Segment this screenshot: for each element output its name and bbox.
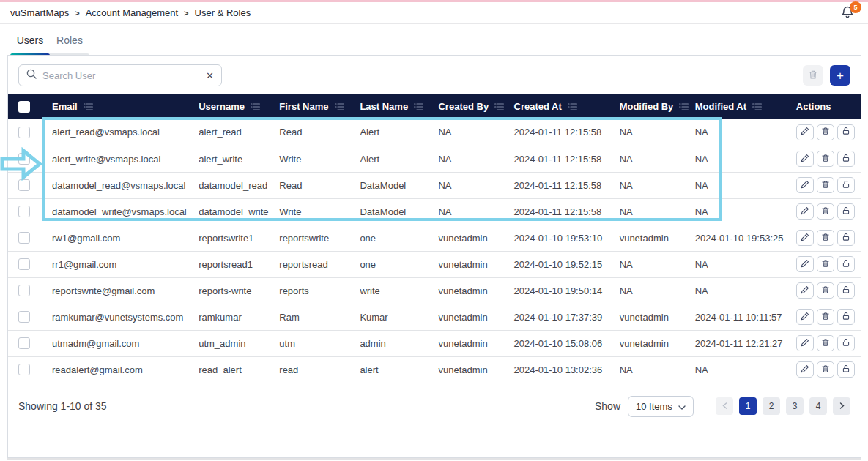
cell-username: datamodel_write: [193, 198, 273, 225]
edit-user-button[interactable]: [796, 151, 814, 167]
edit-user-button[interactable]: [796, 230, 814, 246]
row-checkbox[interactable]: [18, 206, 30, 217]
unlock-user-button[interactable]: [837, 151, 855, 167]
unlock-icon: [842, 127, 850, 138]
unlock-user-button[interactable]: [837, 230, 855, 246]
delete-user-button[interactable]: [817, 151, 834, 167]
prev-page-button[interactable]: [716, 397, 733, 415]
tabs-bar: Users Roles: [0, 24, 868, 58]
edit-icon: [801, 127, 809, 138]
actions-cell: [790, 172, 861, 198]
search-input[interactable]: [42, 70, 200, 81]
unlock-icon: [842, 259, 850, 270]
page-button-3[interactable]: 3: [786, 397, 804, 415]
edit-user-button[interactable]: [796, 256, 814, 272]
column-header-modified-by[interactable]: Modified By: [614, 94, 689, 119]
tab-roles[interactable]: Roles: [50, 34, 89, 53]
row-checkbox[interactable]: [18, 311, 30, 323]
delete-icon: [821, 259, 830, 270]
cell-last-name: one: [354, 225, 432, 251]
edit-user-button[interactable]: [796, 309, 814, 325]
unlock-user-button[interactable]: [837, 282, 855, 299]
unlock-user-button[interactable]: [837, 203, 855, 220]
next-page-button[interactable]: [833, 397, 850, 415]
page-button-4[interactable]: 4: [809, 397, 827, 415]
delete-user-button[interactable]: [817, 361, 834, 378]
notifications-button[interactable]: 5: [840, 5, 856, 21]
add-user-button[interactable]: +: [830, 65, 850, 86]
cell-created-at: 2024-01-10 17:37:39: [508, 304, 614, 330]
row-checkbox[interactable]: [18, 179, 30, 191]
cell-first-name: Read: [273, 119, 354, 146]
edit-user-button[interactable]: [796, 335, 814, 351]
column-header-created-at[interactable]: Created At: [508, 94, 614, 119]
cell-last-name: DataModel: [354, 172, 432, 198]
actions-cell: [790, 356, 861, 383]
edit-user-button[interactable]: [796, 203, 814, 220]
row-checkbox[interactable]: [18, 232, 30, 244]
delete-user-button[interactable]: [817, 309, 834, 325]
column-header-username[interactable]: Username: [193, 94, 273, 119]
delete-user-button[interactable]: [817, 256, 834, 272]
column-header-modified-at[interactable]: Modified At: [689, 94, 790, 119]
cell-created-by: vunetadmin: [432, 330, 508, 356]
row-select-cell: [8, 172, 46, 198]
unlock-user-button[interactable]: [837, 309, 855, 325]
cell-username: alert_read: [193, 119, 273, 146]
delete-user-button[interactable]: [817, 177, 834, 193]
breadcrumb-item-user-roles[interactable]: User & Roles: [195, 7, 251, 18]
column-header-last-name[interactable]: Last Name: [354, 94, 432, 119]
table-row: utmadm@gmail.comutm_adminutmadminvunetad…: [8, 330, 861, 356]
cell-last-name: admin: [354, 330, 432, 356]
unlock-user-button[interactable]: [837, 361, 855, 378]
cell-created-at: 2024-01-11 12:15:58: [508, 198, 614, 225]
delete-user-button[interactable]: [817, 335, 834, 351]
cell-first-name: reports: [273, 277, 354, 304]
edit-user-button[interactable]: [796, 177, 814, 193]
breadcrumb-item-account-management[interactable]: Account Management: [86, 7, 178, 18]
unlock-user-button[interactable]: [837, 124, 855, 140]
cell-modified-by: NA: [614, 146, 689, 172]
edit-user-button[interactable]: [796, 361, 814, 378]
row-checkbox[interactable]: [18, 258, 30, 270]
page-button-2[interactable]: 2: [763, 397, 780, 415]
unlock-user-button[interactable]: [837, 335, 855, 351]
cell-modified-by: NA: [614, 251, 689, 277]
unlock-user-button[interactable]: [837, 256, 855, 272]
page-button-1[interactable]: 1: [739, 397, 757, 415]
delete-user-button[interactable]: [817, 282, 834, 299]
row-checkbox[interactable]: [18, 153, 30, 165]
delete-user-button[interactable]: [817, 230, 834, 246]
page-size-select[interactable]: 10 Items: [628, 396, 694, 417]
cell-modified-at: 2024-01-10 19:53:25: [689, 225, 790, 251]
column-header-created-by[interactable]: Created By: [432, 94, 508, 119]
actions-cell: [790, 198, 861, 225]
column-header-email[interactable]: Email: [46, 94, 193, 119]
cell-email: alert_write@vsmaps.local: [46, 146, 193, 172]
column-header-first-name[interactable]: First Name: [273, 94, 354, 119]
edit-user-button[interactable]: [796, 282, 814, 299]
row-checkbox[interactable]: [18, 127, 30, 138]
actions-cell: [790, 304, 861, 330]
table-row: alert_read@vsmaps.localalert_readReadAle…: [8, 119, 861, 146]
actions-cell: [790, 119, 861, 146]
clear-search-button[interactable]: ✕: [206, 71, 214, 80]
cell-username: reports-write: [193, 277, 273, 304]
row-checkbox[interactable]: [18, 364, 30, 375]
bulk-delete-button[interactable]: [803, 65, 823, 86]
row-checkbox[interactable]: [18, 285, 30, 296]
cell-first-name: reportsread: [273, 251, 354, 277]
tab-users[interactable]: Users: [10, 34, 50, 53]
delete-user-button[interactable]: [817, 124, 834, 140]
cell-email: ramkumar@vunetsystems.com: [46, 304, 193, 330]
cell-username: reportswrite1: [193, 225, 273, 251]
edit-user-button[interactable]: [796, 124, 814, 140]
delete-user-button[interactable]: [817, 203, 834, 220]
edit-icon: [801, 180, 809, 191]
cell-created-by: NA: [432, 146, 508, 172]
select-all-checkbox[interactable]: [18, 101, 30, 113]
chevron-right-icon: [839, 401, 845, 411]
breadcrumb-item-home[interactable]: vuSmartMaps: [10, 7, 69, 18]
row-checkbox[interactable]: [18, 337, 30, 349]
unlock-user-button[interactable]: [837, 177, 855, 193]
